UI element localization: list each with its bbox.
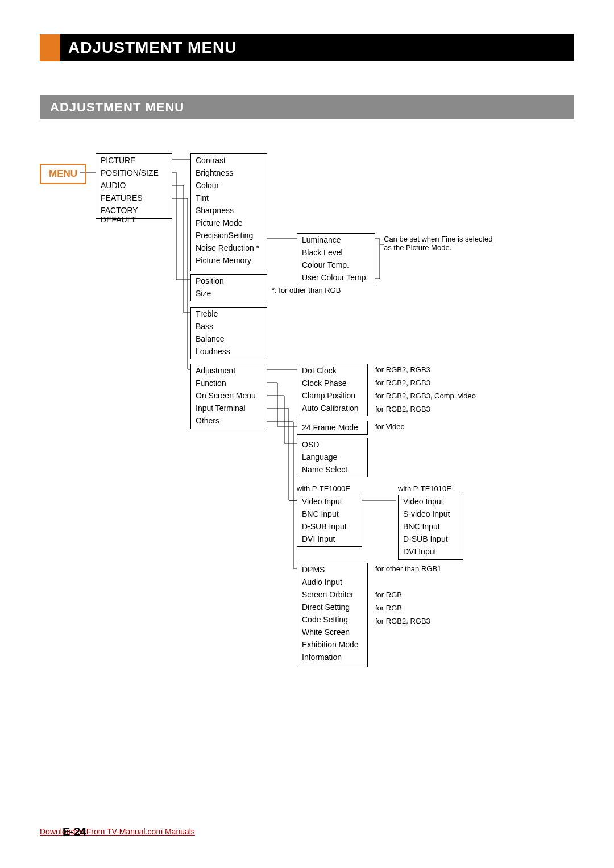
list-item: Audio Input (297, 576, 367, 588)
list-item: Balance (191, 333, 267, 345)
input1-box: Video Input BNC Input D-SUB Input DVI In… (297, 495, 362, 547)
note: for RGB (375, 604, 402, 612)
rgb-note: *: for other than RGB (272, 286, 341, 294)
list-item: S-video Input (399, 508, 463, 520)
list-item: Dot Clock (297, 364, 367, 377)
note: for RGB2, RGB3 (375, 379, 430, 387)
list-item: DVI Input (399, 545, 463, 558)
list-item: Clock Phase (297, 377, 367, 389)
page-title-bar: ADJUSTMENT MENU (40, 34, 574, 61)
list-item: Code Setting (297, 613, 367, 626)
list-item: Brightness (191, 167, 267, 179)
page-number: E-24 (63, 825, 86, 838)
accent-block (40, 34, 60, 61)
col1-item: PICTURE (96, 154, 172, 167)
note: for Video (375, 422, 405, 431)
list-item: White Screen (297, 626, 367, 638)
list-item: Position (191, 275, 267, 287)
list-item: Exhibition Mode (297, 638, 367, 651)
list-item: PrecisionSetting (191, 229, 267, 242)
precision-box: Luminance Black Level Colour Temp. User … (297, 233, 375, 285)
others-box: DPMS Audio Input Screen Orbiter Direct S… (297, 563, 368, 667)
list-item: OSD (297, 438, 367, 451)
list-item: Treble (191, 308, 267, 320)
note: for RGB2, RGB3 (375, 366, 430, 374)
list-item: User Colour Temp. (297, 271, 375, 284)
list-item: Luminance (297, 234, 375, 246)
list-item: D-SUB Input (399, 533, 463, 545)
list-item: Loudness (191, 345, 267, 358)
note: for RGB2, RGB3, Comp. video (375, 392, 476, 400)
list-item: BNC Input (399, 520, 463, 533)
list-item: Colour Temp. (297, 259, 375, 271)
precision-note: Can be set when Fine is selected as the … (384, 235, 497, 252)
col1-item: FACTORY DEFAULT (96, 204, 172, 226)
input2-label: with P-TE1010E (398, 484, 451, 493)
section-subtitle: ADJUSTMENT MENU (40, 95, 574, 119)
note: for RGB2, RGB3 (375, 405, 430, 413)
list-item: Adjustment (191, 364, 267, 377)
col1-item: AUDIO (96, 179, 172, 192)
col1-item: FEATURES (96, 192, 172, 204)
list-item: Function (191, 377, 267, 389)
list-item: Name Select (297, 463, 367, 476)
list-item: DPMS (297, 563, 367, 576)
list-item: Video Input (399, 495, 463, 508)
picture-box: Contrast Brightness Colour Tint Sharpnes… (190, 153, 267, 271)
list-item: Sharpness (191, 204, 267, 217)
list-item: Clamp Position (297, 389, 367, 402)
list-item: On Screen Menu (191, 389, 267, 402)
list-item: Auto Calibration (297, 402, 367, 414)
input1-label: with P-TE1000E (297, 484, 350, 493)
list-item: Tint (191, 192, 267, 204)
page-title: ADJUSTMENT MENU (60, 34, 574, 61)
list-item: Noise Reduction * (191, 242, 267, 254)
note: for other than RGB1 (375, 564, 441, 573)
list-item: D-SUB Input (297, 520, 362, 533)
list-item: Video Input (297, 495, 362, 508)
list-item: Bass (191, 320, 267, 333)
features-box: Adjustment Function On Screen Menu Input… (190, 364, 267, 429)
list-item: Input Terminal (191, 402, 267, 414)
audio-box: Treble Bass Balance Loudness (190, 307, 267, 359)
list-item: Colour (191, 179, 267, 192)
list-item: Picture Memory (191, 254, 267, 267)
note: for RGB2, RGB3 (375, 617, 430, 625)
note: for RGB (375, 591, 402, 599)
list-item: Picture Mode (191, 217, 267, 229)
menu-tree-diagram: MENU PICTURE POSITION/SIZE AUDIO FEATURE… (40, 153, 574, 676)
osd-box: OSD Language Name Select (297, 438, 368, 477)
function-box: 24 Frame Mode (297, 421, 368, 435)
list-item: Black Level (297, 246, 375, 259)
list-item: 24 Frame Mode (297, 421, 367, 434)
input2-box: Video Input S-video Input BNC Input D-SU… (398, 495, 463, 560)
list-item: Contrast (191, 154, 267, 167)
list-item: Language (297, 451, 367, 463)
list-item: Information (297, 651, 367, 663)
list-item: Others (191, 414, 267, 427)
list-item: DVI Input (297, 533, 362, 545)
list-item: Screen Orbiter (297, 588, 367, 601)
position-box: Position Size (190, 274, 267, 301)
adjustment-box: Dot Clock Clock Phase Clamp Position Aut… (297, 364, 368, 416)
menu-root: MENU (40, 164, 86, 184)
list-item: Size (191, 287, 267, 300)
col1-item: POSITION/SIZE (96, 167, 172, 179)
list-item: BNC Input (297, 508, 362, 520)
list-item: Direct Setting (297, 601, 367, 613)
col1-box: PICTURE POSITION/SIZE AUDIO FEATURES FAC… (96, 153, 172, 219)
